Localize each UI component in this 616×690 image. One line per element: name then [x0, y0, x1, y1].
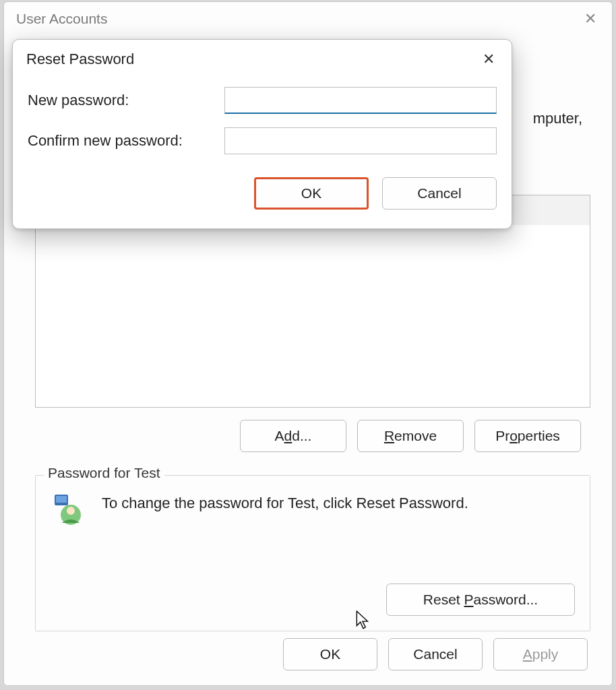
partial-intro-text: mputer,: [533, 110, 582, 127]
groupbox-content: To change the password for Test, click R…: [36, 476, 590, 530]
modal-ok-button[interactable]: OK: [254, 177, 369, 210]
close-icon[interactable]: ✕: [581, 9, 600, 28]
modal-button-row: OK Cancel: [28, 168, 497, 214]
groupbox-text: To change the password for Test, click R…: [102, 495, 468, 512]
user-accounts-title: User Accounts: [16, 11, 107, 27]
confirm-password-input[interactable]: [224, 127, 497, 154]
user-accounts-titlebar: User Accounts ✕: [4, 2, 612, 36]
svg-rect-5: [56, 496, 67, 503]
new-password-row: New password:: [28, 87, 497, 114]
ok-button[interactable]: OK: [283, 638, 377, 670]
apply-button[interactable]: Apply: [493, 638, 588, 670]
svg-point-7: [67, 507, 75, 515]
modal-titlebar: Reset Password ✕: [13, 40, 512, 79]
close-icon[interactable]: ✕: [474, 47, 503, 71]
add-button[interactable]: Add...: [240, 420, 346, 452]
reset-password-dialog: Reset Password ✕ New password: Confirm n…: [12, 39, 512, 229]
properties-button[interactable]: Properties: [474, 420, 581, 452]
reset-button-row: Reset Password...: [386, 584, 575, 616]
groupbox-label: Password for Test: [44, 465, 164, 481]
bottom-button-row: OK Cancel Apply: [283, 638, 588, 670]
key-user-icon: [51, 492, 88, 530]
modal-title: Reset Password: [26, 51, 134, 68]
cursor-icon: [356, 610, 371, 631]
reset-password-button[interactable]: Reset Password...: [386, 584, 575, 616]
confirm-password-label: Confirm new password:: [28, 132, 224, 150]
confirm-password-row: Confirm new password:: [28, 127, 497, 154]
user-action-row: Add... Remove Properties: [240, 420, 581, 452]
cancel-button[interactable]: Cancel: [388, 638, 483, 670]
new-password-input[interactable]: [224, 87, 497, 114]
modal-cancel-button[interactable]: Cancel: [382, 177, 497, 210]
password-groupbox: Password for Test To change the password…: [35, 475, 590, 631]
new-password-label: New password:: [28, 92, 224, 109]
modal-body: New password: Confirm new password: OK C…: [13, 79, 512, 228]
remove-button[interactable]: Remove: [357, 420, 464, 452]
